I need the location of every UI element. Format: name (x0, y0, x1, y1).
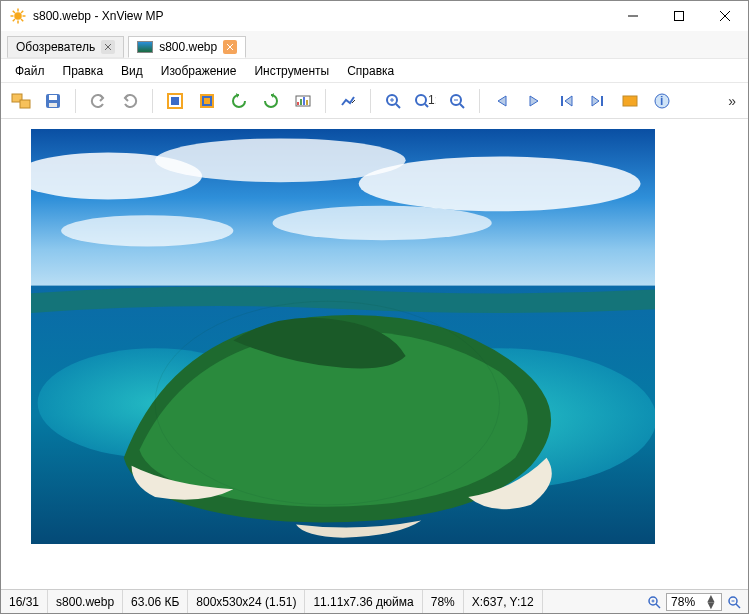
tab-image[interactable]: s800.webp (128, 36, 246, 58)
svg-point-49 (359, 156, 641, 211)
svg-rect-29 (303, 97, 305, 105)
browser-button[interactable] (7, 87, 35, 115)
info-button[interactable]: i (648, 87, 676, 115)
zoom-in-button[interactable] (379, 87, 407, 115)
redo-button[interactable] (116, 87, 144, 115)
slideshow-button[interactable] (616, 87, 644, 115)
status-dimensions: 800x530x24 (1.51) (188, 590, 305, 613)
first-button[interactable] (552, 87, 580, 115)
rotate-cw-button[interactable] (257, 87, 285, 115)
svg-text:1:1: 1:1 (428, 93, 436, 107)
svg-text:i: i (660, 94, 663, 108)
svg-rect-18 (20, 100, 30, 108)
svg-line-7 (13, 19, 15, 21)
zoom-spinner[interactable]: ▲▼ (705, 595, 717, 609)
app-window: s800.webp - XnView MP Обозреватель s800.… (0, 0, 749, 614)
menu-edit[interactable]: Правка (55, 60, 112, 82)
zoom-out-icon[interactable] (726, 594, 742, 610)
displayed-image (31, 129, 655, 544)
tabstrip: Обозреватель s800.webp (1, 31, 748, 59)
auto-levels-button[interactable] (334, 87, 362, 115)
svg-point-50 (273, 206, 492, 240)
next-button[interactable] (520, 87, 548, 115)
status-index: 16/31 (1, 590, 48, 613)
svg-line-8 (21, 11, 23, 13)
svg-rect-20 (49, 95, 57, 100)
undo-button[interactable] (84, 87, 112, 115)
maximize-button[interactable] (656, 1, 702, 31)
minimize-button[interactable] (610, 1, 656, 31)
menu-tools[interactable]: Инструменты (246, 60, 337, 82)
tab-thumb-icon (137, 41, 153, 53)
svg-point-0 (14, 12, 22, 20)
zoom-value-label: 78% (671, 595, 695, 609)
status-inches: 11.11x7.36 дюйма (305, 590, 422, 613)
toolbar-separator (370, 89, 371, 113)
status-zoom-percent: 78% (423, 590, 464, 613)
svg-rect-21 (49, 103, 57, 107)
toolbar-separator (325, 89, 326, 113)
titlebar: s800.webp - XnView MP (1, 1, 748, 31)
statusbar: 16/31 s800.webp 63.06 КБ 800x530x24 (1.5… (1, 589, 748, 613)
svg-line-39 (460, 104, 464, 108)
image-viewport[interactable] (1, 119, 748, 589)
adjust-levels-button[interactable] (289, 87, 317, 115)
prev-button[interactable] (488, 87, 516, 115)
close-icon[interactable] (101, 40, 115, 54)
toolbar-overflow-button[interactable]: » (722, 93, 742, 109)
menu-view[interactable]: Вид (113, 60, 151, 82)
status-coords: X:637, Y:12 (464, 590, 543, 613)
fullscreen-button[interactable] (161, 87, 189, 115)
window-title: s800.webp - XnView MP (33, 9, 610, 23)
svg-line-57 (656, 604, 660, 608)
toolbar-separator (479, 89, 480, 113)
svg-line-5 (13, 11, 15, 13)
svg-point-35 (416, 95, 426, 105)
svg-rect-27 (297, 102, 299, 105)
zoom-in-icon[interactable] (646, 594, 662, 610)
save-button[interactable] (39, 87, 67, 115)
svg-point-51 (61, 215, 233, 246)
zoom-controls: 78% ▲▼ (640, 593, 748, 611)
menu-image[interactable]: Изображение (153, 60, 245, 82)
close-icon[interactable] (223, 40, 237, 54)
crop-button[interactable] (193, 87, 221, 115)
svg-rect-28 (300, 99, 302, 105)
menu-file[interactable]: Файл (7, 60, 53, 82)
svg-rect-43 (623, 96, 637, 106)
status-filename: s800.webp (48, 590, 123, 613)
last-button[interactable] (584, 87, 612, 115)
menubar: Файл Правка Вид Изображение Инструменты … (1, 59, 748, 83)
zoom-out-button[interactable] (443, 87, 471, 115)
svg-rect-30 (306, 100, 308, 105)
tab-browser[interactable]: Обозреватель (7, 36, 124, 58)
tab-browser-label: Обозреватель (16, 40, 95, 54)
svg-line-32 (396, 104, 400, 108)
zoom-100-button[interactable]: 1:1 (411, 87, 439, 115)
tab-image-label: s800.webp (159, 40, 217, 54)
toolbar-separator (75, 89, 76, 113)
status-filesize: 63.06 КБ (123, 590, 188, 613)
svg-line-61 (736, 604, 740, 608)
svg-rect-23 (171, 97, 179, 105)
toolbar: 1:1 i » (1, 83, 748, 119)
rotate-ccw-button[interactable] (225, 87, 253, 115)
zoom-value-input[interactable]: 78% ▲▼ (666, 593, 722, 611)
app-icon (9, 7, 27, 25)
svg-rect-10 (675, 12, 684, 21)
toolbar-separator (152, 89, 153, 113)
menu-help[interactable]: Справка (339, 60, 402, 82)
svg-line-6 (21, 19, 23, 21)
close-button[interactable] (702, 1, 748, 31)
